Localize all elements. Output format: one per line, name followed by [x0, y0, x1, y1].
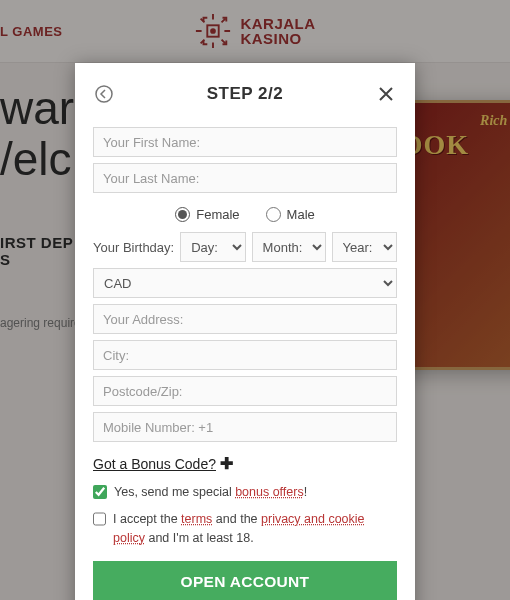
offers-checkbox[interactable] [93, 485, 107, 499]
bonus-code-link[interactable]: Got a Bonus Code? [93, 456, 216, 472]
mobile-input[interactable] [93, 412, 397, 442]
open-account-button[interactable]: OPEN ACCOUNT [93, 561, 397, 600]
modal-title: STEP 2/2 [115, 84, 375, 104]
birthday-year-select[interactable]: Year: [332, 232, 397, 262]
plus-icon[interactable]: ✚ [220, 454, 233, 473]
gender-radio-group: Female Male [93, 207, 397, 222]
gender-male-radio[interactable] [266, 207, 281, 222]
gender-female-radio[interactable] [175, 207, 190, 222]
birthday-day-select[interactable]: Day: [180, 232, 245, 262]
birthday-month-select[interactable]: Month: [252, 232, 326, 262]
terms-link[interactable]: terms [181, 512, 212, 526]
offers-checkbox-row[interactable]: Yes, send me special bonus offers! [93, 483, 397, 502]
svg-point-2 [96, 86, 112, 102]
modal-header: STEP 2/2 [93, 83, 397, 105]
terms-checkbox-row[interactable]: I accept the terms and the privacy and c… [93, 510, 397, 548]
currency-select[interactable]: CAD [93, 268, 397, 298]
last-name-input[interactable] [93, 163, 397, 193]
birthday-row: Your Birthday: Day: Month: Year: [93, 232, 397, 262]
bonus-code-row: Got a Bonus Code? ✚ [93, 454, 397, 473]
back-icon[interactable] [93, 83, 115, 105]
gender-female-option[interactable]: Female [175, 207, 239, 222]
city-input[interactable] [93, 340, 397, 370]
address-input[interactable] [93, 304, 397, 334]
signup-modal: STEP 2/2 Female Male Your Birthday: Day:… [75, 63, 415, 600]
first-name-input[interactable] [93, 127, 397, 157]
birthday-label: Your Birthday: [93, 240, 174, 255]
postcode-input[interactable] [93, 376, 397, 406]
bonus-offers-link[interactable]: bonus offers [235, 485, 304, 499]
terms-checkbox[interactable] [93, 512, 106, 526]
gender-male-option[interactable]: Male [266, 207, 315, 222]
close-icon[interactable] [375, 83, 397, 105]
